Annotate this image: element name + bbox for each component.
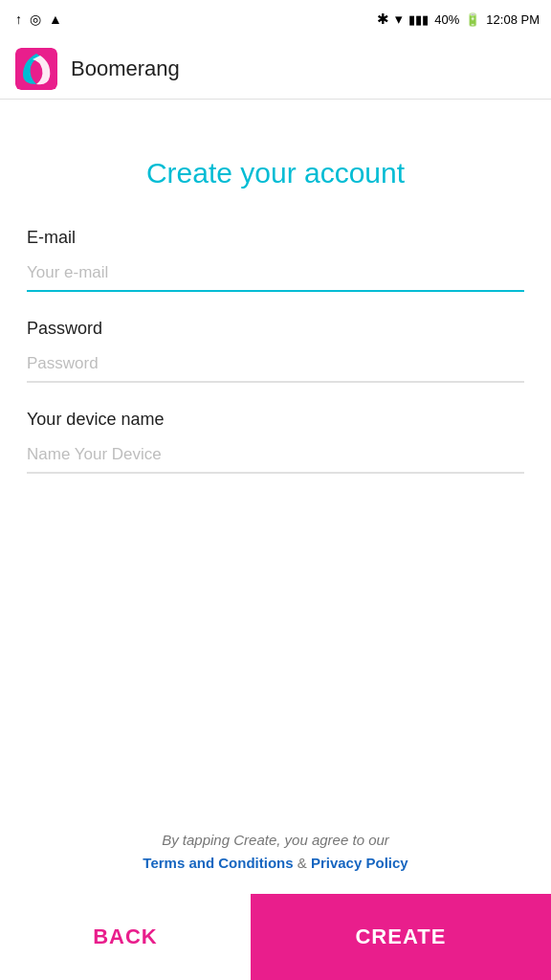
create-button[interactable]: CREATE [251, 894, 551, 980]
terms-separator: & [298, 855, 311, 871]
terms-link[interactable]: Terms and Conditions [143, 855, 293, 871]
page-title: Create your account [27, 157, 524, 189]
password-label: Password [27, 319, 524, 339]
battery-percent: 40% [434, 12, 459, 27]
status-bar: ↑ ◎ ▲ ✱ ▾ ▮▮▮ 40% 🔋 12:08 PM [0, 0, 551, 38]
privacy-link[interactable]: Privacy Policy [311, 855, 408, 871]
email-input[interactable] [27, 256, 524, 292]
password-input[interactable] [27, 346, 524, 383]
status-bar-left: ↑ ◎ ▲ [15, 11, 62, 27]
bottom-bar: BACK CREATE [0, 894, 551, 980]
app-logo [15, 48, 57, 90]
clock: 12:08 PM [486, 12, 540, 27]
app-bar: Boomerang [0, 38, 551, 100]
back-button[interactable]: BACK [0, 894, 251, 980]
drive-icon: ▲ [49, 11, 62, 27]
wifi-icon: ▾ [395, 11, 403, 28]
battery-icon: 🔋 [465, 12, 480, 27]
up-arrow-icon: ↑ [15, 11, 22, 27]
terms-section: By tapping Create, you agree to our Term… [27, 829, 524, 875]
main-content: Create your account E-mail Password Your… [0, 100, 551, 894]
circle-icon: ◎ [30, 11, 41, 27]
password-field-group: Password [27, 319, 524, 383]
terms-links-line: Terms and Conditions & Privacy Policy [27, 852, 524, 875]
terms-pre-text: By tapping Create, you agree to our [27, 829, 524, 852]
device-input[interactable] [27, 437, 524, 474]
signal-icon: ▮▮▮ [408, 12, 429, 27]
status-bar-right: ✱ ▾ ▮▮▮ 40% 🔋 12:08 PM [377, 11, 540, 28]
device-field-group: Your device name [27, 410, 524, 474]
device-label: Your device name [27, 410, 524, 430]
email-field-group: E-mail [27, 228, 524, 292]
email-label: E-mail [27, 228, 524, 248]
app-title: Boomerang [71, 56, 180, 81]
bluetooth-icon: ✱ [377, 11, 389, 28]
